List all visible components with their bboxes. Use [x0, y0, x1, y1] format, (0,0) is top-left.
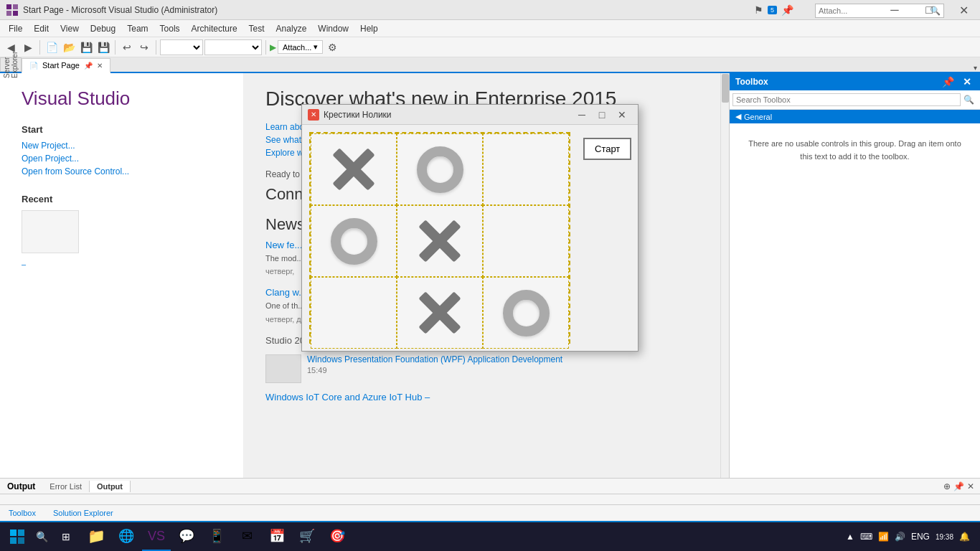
toolbox-bottom-tab[interactable]: Toolbox: [0, 507, 44, 519]
notification-center-icon[interactable]: 🔔: [959, 532, 970, 542]
taskbar-app-store[interactable]: 🛒: [293, 522, 321, 551]
menu-analyze[interactable]: Analyze: [270, 22, 313, 35]
tray-up-arrow[interactable]: ▲: [846, 532, 854, 542]
group-label: General: [744, 113, 772, 121]
taskbar-app-mail[interactable]: ✉: [232, 522, 261, 551]
taskbar-app-chrome[interactable]: 🌐: [112, 522, 141, 551]
taskbar-search-icon: 🔍: [36, 531, 48, 542]
volume-icon: 🔊: [895, 532, 905, 542]
ttt-cell-2-2[interactable]: [483, 277, 569, 349]
attach-button[interactable]: Attach... ▾: [278, 40, 323, 54]
output-pin-button[interactable]: 📌: [953, 481, 964, 491]
tab-pin-icon[interactable]: 📌: [84, 62, 93, 70]
start-page-tab[interactable]: 📄 Start Page 📌 ✕: [22, 58, 110, 73]
menu-window[interactable]: Window: [312, 22, 354, 35]
ttt-cell-1-0[interactable]: [311, 205, 397, 277]
output-tab[interactable]: Output: [90, 481, 131, 492]
error-list-tab[interactable]: Error List: [42, 481, 90, 492]
list-item[interactable]: [22, 210, 222, 253]
start-heading: Start: [22, 124, 222, 135]
dialog-maximize-button[interactable]: □: [592, 107, 612, 123]
ttt-cell-0-2[interactable]: [483, 133, 569, 205]
menu-architecture[interactable]: Architecture: [186, 22, 243, 35]
toolbox-general-group[interactable]: ◀ General: [730, 110, 980, 123]
platform-dropdown[interactable]: [204, 39, 262, 55]
dialog-titlebar: ✕ Крестики Нолики ─ □ ✕: [302, 105, 638, 125]
tab-bar: Server Explorer 📄 Start Page 📌 ✕ ▾: [0, 57, 980, 73]
taskbar-app-explorer[interactable]: 📁: [82, 522, 110, 551]
menu-test[interactable]: Test: [243, 22, 270, 35]
dialog-sidebar: Старт: [578, 132, 637, 344]
bottom-panel-row: Toolbox Solution Explorer: [0, 504, 980, 520]
taskbar-search-button[interactable]: 🔍: [30, 525, 53, 548]
taskbar-app-extra[interactable]: 🎯: [323, 522, 352, 551]
open-source-control-link[interactable]: Open from Source Control...: [22, 166, 222, 176]
wpf-title[interactable]: Windows Presentation Foundation (WPF) Ap…: [307, 354, 562, 364]
taskbar-clock[interactable]: 19:38: [936, 533, 953, 541]
menu-tools[interactable]: Tools: [154, 22, 186, 35]
undo-button[interactable]: ↩: [119, 39, 135, 55]
scroll-thumb[interactable]: [722, 74, 729, 103]
tictactoe-grid[interactable]: [309, 132, 570, 344]
recent-more-link[interactable]: –: [22, 260, 26, 268]
menu-debug[interactable]: Debug: [85, 22, 121, 35]
task-view-button[interactable]: ⊞: [53, 524, 79, 550]
server-explorer-tab[interactable]: Server Explorer: [0, 57, 22, 72]
start-button[interactable]: [4, 524, 30, 550]
toolbar-extra-btn[interactable]: ⚙: [324, 39, 340, 55]
new-project-icon[interactable]: 📄: [44, 39, 60, 55]
taskbar-time-display: 19:38: [936, 533, 953, 541]
menu-file[interactable]: File: [3, 22, 28, 35]
ttt-start-button[interactable]: Старт: [583, 138, 631, 160]
ttt-cell-0-0[interactable]: [311, 133, 397, 205]
save-icon[interactable]: 💾: [78, 39, 94, 55]
redo-button[interactable]: ↪: [136, 39, 152, 55]
config-dropdown[interactable]: [160, 39, 203, 55]
menu-edit[interactable]: Edit: [28, 22, 55, 35]
taskbar-tray: ▲ ⌨ 📶 🔊 ENG 19:38 🔔: [846, 532, 976, 542]
iot-link[interactable]: Windows IoT Core and Azure IoT Hub –: [265, 392, 699, 402]
tab-close-button[interactable]: ✕: [97, 62, 103, 70]
tictactoe-dialog[interactable]: ✕ Крестики Нолики ─ □ ✕: [301, 104, 639, 352]
notification-area: ⚑ 5 📌: [754, 4, 793, 16]
dialog-minimize-button[interactable]: ─: [572, 107, 592, 123]
wpf-thumbnail: [265, 354, 301, 383]
ready-label: Ready to: [265, 169, 300, 179]
nav-forward-button[interactable]: ▶: [20, 39, 36, 55]
ttt-cell-1-2[interactable]: [483, 205, 569, 277]
ttt-cell-0-1[interactable]: [397, 133, 483, 205]
menu-view[interactable]: View: [55, 22, 85, 35]
output-tabs: Error List Output: [42, 481, 131, 492]
open-file-icon[interactable]: 📂: [61, 39, 77, 55]
minimize-button[interactable]: ─: [878, 0, 911, 20]
svg-rect-1: [13, 4, 18, 9]
dialog-icon-symbol: ✕: [311, 110, 316, 118]
menu-help[interactable]: Help: [354, 22, 384, 35]
taskbar-app-calendar[interactable]: 📅: [263, 522, 291, 551]
ttt-o-mark: [331, 218, 377, 265]
menu-team[interactable]: Team: [121, 22, 154, 35]
toolbox-close-button[interactable]: ✕: [960, 76, 974, 88]
taskbar-app-phone[interactable]: 📱: [202, 522, 231, 551]
taskbar-app-skype[interactable]: 💬: [172, 522, 201, 551]
ttt-cell-1-1[interactable]: [397, 205, 483, 277]
toolbox-search-input[interactable]: [732, 93, 961, 106]
maximize-button[interactable]: □: [913, 0, 946, 20]
toolbox-pin-button[interactable]: 📌: [939, 76, 957, 88]
ttt-cell-2-0[interactable]: [311, 277, 397, 349]
open-project-link[interactable]: Open Project...: [22, 154, 222, 164]
taskbar-apps: 📁 🌐 VS 💬 📱 ✉ 📅 🛒 🎯: [82, 522, 352, 551]
solution-explorer-tab[interactable]: Solution Explorer: [44, 507, 122, 519]
new-project-link[interactable]: New Project...: [22, 141, 222, 151]
dialog-close-button[interactable]: ✕: [612, 107, 632, 123]
run-icon[interactable]: ▶: [270, 42, 276, 52]
save-all-icon[interactable]: 💾: [95, 39, 111, 55]
output-dock-button[interactable]: ⊕: [943, 481, 951, 491]
content-scrollbar[interactable]: [720, 73, 729, 478]
wpf-time: 15:49: [307, 366, 562, 375]
ttt-cell-2-1[interactable]: [397, 277, 483, 349]
taskbar-app-vs[interactable]: VS: [142, 522, 171, 551]
tab-scroll-right[interactable]: ▾: [971, 64, 980, 72]
close-button[interactable]: ✕: [947, 0, 980, 20]
output-close-button[interactable]: ✕: [967, 481, 974, 491]
